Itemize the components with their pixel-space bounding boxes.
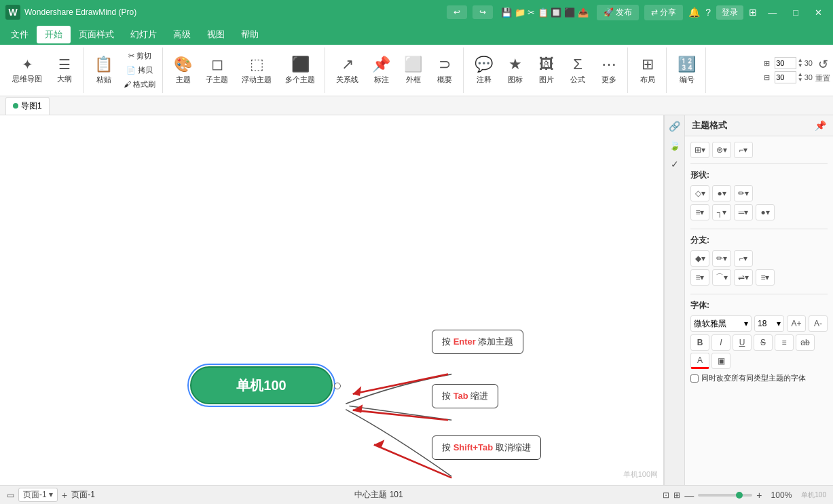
note-btn[interactable]: 📌 标注 [367, 53, 396, 88]
branch-btn-diamond[interactable]: ◆▾ [690, 250, 709, 267]
subtheme-btn[interactable]: ◻ 子主题 [200, 53, 234, 88]
ribbon: ✦ 思维导图 ☰ 大纲 📋 粘贴 ✂ 剪切 📄 拷贝 [0, 45, 833, 96]
more-btn[interactable]: ⋯ 更多 [595, 53, 623, 88]
layout-btn[interactable]: ⊞ 布局 [633, 53, 662, 88]
hint-tab: 按 Tab 缩进 [432, 384, 498, 408]
shape-btn-circle[interactable]: ●▾ [756, 204, 775, 220]
menu-view[interactable]: 视图 [199, 26, 233, 43]
panel-icon-nodes[interactable]: ⊛▾ [712, 142, 731, 158]
zoom-minus-btn[interactable]: — [684, 490, 694, 501]
multi-theme-btn[interactable]: ⬛ 多个主题 [280, 53, 320, 88]
tab-1[interactable]: 导图1 [5, 97, 50, 115]
branch-btn-exchange[interactable]: ⇌▾ [734, 269, 753, 286]
layout-icon: ⊞ [642, 56, 654, 73]
panel-pin-icon[interactable]: 📌 [815, 120, 826, 131]
copy-btn[interactable]: 📄 拷贝 [121, 64, 158, 77]
share-btn[interactable]: ⇄ 分享 [644, 5, 683, 20]
spinner-down-2[interactable]: ▼ [798, 77, 803, 83]
font-italic-btn[interactable]: I [711, 334, 730, 351]
panel-tool-leaf[interactable]: 🍃 [667, 137, 683, 153]
grid-icon[interactable]: ⊞ [749, 7, 757, 18]
spinner-input-1[interactable] [775, 57, 796, 69]
shape-btn-corner[interactable]: ┐▾ [712, 204, 731, 220]
number-btn[interactable]: 🔢 编号 [672, 53, 701, 88]
undo-btn[interactable]: ↩ [447, 5, 467, 19]
more-label: 更多 [601, 75, 616, 85]
zoom-plus-btn[interactable]: + [756, 490, 762, 501]
menu-file[interactable]: 文件 [3, 26, 37, 43]
outline-btn[interactable]: ☰ 大纲 [50, 54, 79, 87]
panel-top-icons: ⊞▾ ⊛▾ ⌐▾ [690, 142, 828, 158]
maximize-btn[interactable]: □ [788, 6, 804, 19]
keyword-tab: Tab [453, 391, 468, 401]
font-highlight-btn[interactable]: ▣ [711, 353, 730, 369]
status-fit-icon[interactable]: ⊡ [663, 490, 669, 500]
spinner-down-1[interactable]: ▼ [798, 63, 803, 69]
center-topic[interactable]: 单机100 [190, 366, 333, 404]
close-btn[interactable]: ✕ [809, 6, 828, 19]
mindmap-btn[interactable]: ✦ 思维导图 [7, 54, 48, 87]
tab-dot-1 [13, 103, 18, 109]
shape-btn-fill[interactable]: ●▾ [712, 185, 731, 201]
menu-advanced[interactable]: 高级 [165, 26, 199, 43]
shape-btn-diamond[interactable]: ◇▾ [690, 185, 709, 201]
image-icon: 🖼 [539, 56, 554, 73]
branch-btn-dashes2[interactable]: ≡▾ [756, 269, 775, 286]
spinner-input-2[interactable] [775, 71, 796, 83]
font-color-btn[interactable]: A [690, 353, 709, 369]
login-btn[interactable]: 登录 [716, 5, 743, 20]
branch-btn-curve[interactable]: ⌒▾ [712, 269, 731, 286]
font-size-dropdown[interactable]: 18 ▾ [754, 315, 784, 332]
menu-page-style[interactable]: 页面样式 [71, 26, 122, 43]
panel-tool-check[interactable]: ✓ [667, 156, 683, 172]
font-align-btn[interactable]: ≡ [775, 334, 794, 351]
help-icon[interactable]: ? [705, 7, 711, 18]
panel-icon-grid[interactable]: ⊞▾ [690, 142, 709, 158]
branch-btn-edit[interactable]: ✏▾ [712, 250, 731, 267]
image-btn[interactable]: 🖼 图片 [532, 53, 561, 88]
float-theme-label: 浮动主题 [242, 75, 272, 85]
paste-btn[interactable]: 📋 粘贴 [89, 53, 118, 88]
comment-btn[interactable]: 💬 注释 [469, 53, 498, 88]
panel-icon-connect[interactable]: ⌐▾ [734, 142, 753, 158]
relation-btn[interactable]: ↗ 关系线 [331, 53, 364, 88]
add-page-btn[interactable]: + [62, 490, 67, 501]
shape-btn-dashes[interactable]: ═▾ [734, 204, 753, 220]
redo-btn[interactable]: ↪ [473, 5, 493, 19]
menu-slideshow[interactable]: 幻灯片 [122, 26, 165, 43]
font-strikethrough-btn[interactable]: S [754, 334, 773, 351]
reset-label: 重置 [815, 73, 830, 83]
cut-btn[interactable]: ✂ 剪切 [121, 50, 158, 62]
canvas[interactable]: 单机100 按 Enter 添加主题 按 Tab 缩进 按 Shift+Tab … [0, 115, 663, 485]
status-full-icon[interactable]: ⊞ [673, 490, 680, 500]
font-size-decrease[interactable]: A- [809, 315, 828, 332]
reset-icon[interactable]: ↺ [818, 57, 828, 72]
shape-btn-edit[interactable]: ✏▾ [734, 185, 753, 201]
number-label: 编号 [680, 75, 695, 85]
menu-start[interactable]: 开始 [37, 26, 71, 43]
icon2-btn[interactable]: ★ 图标 [501, 53, 530, 88]
branch-btn-lines[interactable]: ≡▾ [690, 269, 709, 286]
font-bold-btn[interactable]: B [690, 334, 709, 351]
minimize-btn[interactable]: — [762, 6, 782, 19]
float-theme-btn[interactable]: ⬚ 浮动主题 [236, 53, 277, 88]
panel-tool-link[interactable]: 🔗 [667, 118, 683, 134]
publish-btn[interactable]: 🚀 发布 [597, 5, 639, 20]
menu-help[interactable]: 帮助 [233, 26, 267, 43]
format-brush-btn[interactable]: 🖌 格式刷 [121, 78, 158, 91]
branch-btn-angle[interactable]: ⌐▾ [734, 250, 753, 267]
font-strikethrough2-btn[interactable]: ab [796, 334, 815, 351]
sync-font-checkbox[interactable] [690, 374, 699, 383]
font-size-arrow: ▾ [777, 319, 781, 328]
bell-icon[interactable]: 🔔 [688, 7, 700, 18]
zoom-slider[interactable] [698, 494, 752, 497]
font-underline-btn[interactable]: U [733, 334, 752, 351]
summary-btn[interactable]: ⊃ 概要 [430, 53, 459, 88]
formula-btn[interactable]: Σ 公式 [563, 53, 592, 88]
shape-btn-lines[interactable]: ≡▾ [690, 204, 709, 220]
font-family-dropdown[interactable]: 微软雅黑 ▾ [690, 315, 752, 332]
font-size-increase[interactable]: A+ [787, 315, 806, 332]
border-btn[interactable]: ⬜ 外框 [399, 53, 428, 88]
theme-btn[interactable]: 🎨 主题 [168, 53, 198, 88]
sync-font-label: 同时改变所有同类型主题的字体 [701, 373, 806, 383]
